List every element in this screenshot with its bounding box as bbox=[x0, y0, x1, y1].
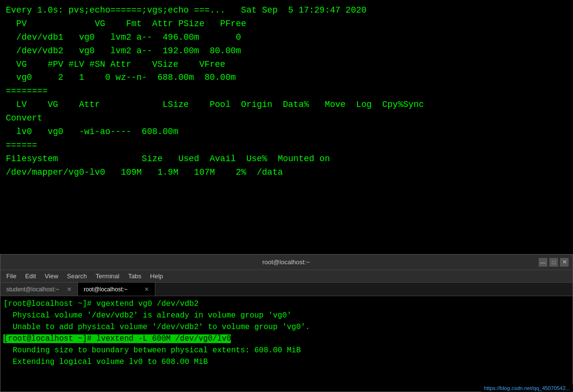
terminal-line: ======== bbox=[6, 85, 567, 98]
tab-close-button[interactable]: ✕ bbox=[144, 286, 149, 293]
status-bar: https://blog.csdn.net/qq_45070542... bbox=[481, 384, 573, 392]
menu-item-view[interactable]: View bbox=[41, 271, 62, 281]
terminal-line: ====== bbox=[6, 139, 567, 152]
terminal-line: Filesystem Size Used Avail Use% Mounted … bbox=[6, 152, 567, 166]
terminal-content: [root@localhost ~]# vgextend vg0 /dev/vd… bbox=[0, 296, 573, 392]
terminal-tab[interactable]: student@localhost:~✕ bbox=[0, 283, 78, 296]
menu-item-file[interactable]: File bbox=[2, 271, 20, 281]
terminal-line: /dev/mapper/vg0-lv0 109M 1.9M 107M 2% /d… bbox=[6, 166, 567, 180]
close-button[interactable]: ✕ bbox=[560, 258, 569, 267]
minimize-button[interactable]: — bbox=[539, 258, 547, 267]
menu-item-search[interactable]: Search bbox=[63, 271, 90, 281]
terminal-title-text: root@localhost:~ bbox=[33, 258, 539, 266]
terminal-line: Extending logical volume lv0 to 608.00 M… bbox=[3, 356, 570, 368]
terminal-line: Physical volume '/dev/vdb2' is already i… bbox=[3, 310, 570, 321]
menu-item-edit[interactable]: Edit bbox=[21, 271, 40, 281]
terminal-titlebar: root@localhost:~ — □ ✕ bbox=[0, 255, 573, 270]
menu-item-terminal[interactable]: Terminal bbox=[92, 271, 123, 281]
tab-close-button[interactable]: ✕ bbox=[67, 286, 72, 293]
terminal-menubar: FileEditViewSearchTerminalTabsHelp bbox=[0, 270, 573, 283]
terminal-line: LV VG Attr LSize Pool Origin Data% Move … bbox=[6, 98, 567, 112]
terminal-line: PV VG Fmt Attr PSize PFree bbox=[6, 17, 567, 31]
terminal-line: /dev/vdb2 vg0 lvm2 a-- 192.00m 80.00m bbox=[6, 45, 567, 58]
terminal-line: vg0 2 1 0 wz--n- 688.00m 80.00m bbox=[6, 71, 567, 85]
tab-label: student@localhost:~ bbox=[6, 286, 59, 293]
status-url: https://blog.csdn.net/qq_45070542... bbox=[484, 385, 570, 391]
terminal-line: Unable to add physical volume '/dev/vdb2… bbox=[3, 321, 570, 333]
terminal-tabs[interactable]: student@localhost:~✕root@localhost:~✕ bbox=[0, 283, 573, 296]
terminal-line: VG #PV #LV #SN Attr VSize VFree bbox=[6, 58, 567, 72]
terminal-line: Rounding size to boundary between physic… bbox=[3, 345, 570, 356]
terminal-line: [root@localhost ~]# lvextend -L 600M /de… bbox=[3, 333, 570, 345]
terminal-line: Convert bbox=[6, 112, 567, 125]
background-terminal: Every 1.0s: pvs;echo======;vgs;echo ===.… bbox=[0, 0, 573, 254]
window-controls[interactable]: — □ ✕ bbox=[539, 258, 569, 267]
tab-label: root@localhost:~ bbox=[84, 286, 128, 293]
menu-item-help[interactable]: Help bbox=[146, 271, 167, 281]
terminal-line: /dev/vdb1 vg0 lvm2 a-- 496.00m 0 bbox=[6, 31, 567, 45]
menu-item-tabs[interactable]: Tabs bbox=[124, 271, 145, 281]
terminal-line: lv0 vg0 -wi-ao---- 608.00m bbox=[6, 125, 567, 139]
foreground-terminal-window[interactable]: root@localhost:~ — □ ✕ FileEditViewSearc… bbox=[0, 254, 573, 392]
terminal-line: Every 1.0s: pvs;echo======;vgs;echo ===.… bbox=[6, 4, 567, 17]
maximize-button[interactable]: □ bbox=[549, 258, 558, 267]
terminal-line: [root@localhost ~]# vgextend vg0 /dev/vd… bbox=[3, 298, 570, 310]
terminal-tab[interactable]: root@localhost:~✕ bbox=[78, 283, 155, 296]
